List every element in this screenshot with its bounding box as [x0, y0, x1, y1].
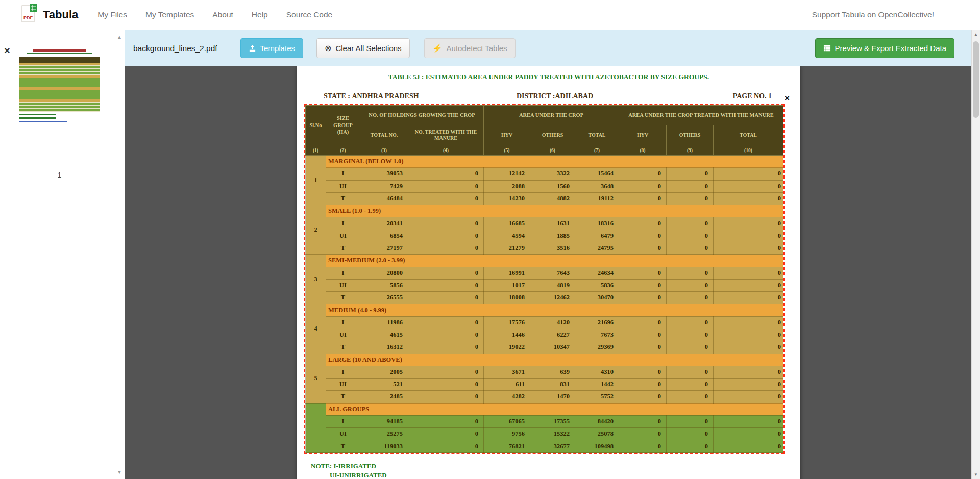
- value-cell: 7643: [530, 267, 575, 279]
- main-scrollbar[interactable]: ▲ ▼: [971, 30, 980, 479]
- sidebar-scroll-down-icon[interactable]: ▼: [117, 469, 122, 475]
- pdf-page[interactable]: TABLE 5J : ESTIMATED AREA UNDER PADDY TR…: [297, 66, 800, 479]
- col-number: (5): [484, 145, 530, 156]
- navbar: PDF Tabula My Files My Templates About H…: [0, 0, 980, 30]
- value-cell: 0: [408, 292, 484, 304]
- row-code-cell: I: [326, 217, 360, 230]
- value-cell: 32677: [530, 440, 575, 453]
- value-cell: 0: [408, 168, 484, 180]
- nav-item-about[interactable]: About: [212, 11, 233, 19]
- value-cell: 15464: [575, 168, 619, 180]
- value-cell: 1631: [530, 217, 575, 230]
- value-cell: 2088: [484, 180, 530, 192]
- header-total-no: TOTAL NO.: [360, 125, 408, 145]
- value-cell: 0: [408, 391, 484, 403]
- col-number: (4): [408, 145, 484, 156]
- value-cell: 0: [619, 440, 667, 453]
- deselect-page-icon[interactable]: ×: [4, 45, 10, 56]
- value-cell: 0: [667, 428, 714, 440]
- group-label-row: ALL GROUPS: [306, 403, 783, 415]
- nav-item-source-code[interactable]: Source Code: [286, 11, 332, 19]
- selection-box[interactable]: × Sl.No SIZE GROUP (HA) NO. OF HOLDINGS …: [304, 104, 785, 454]
- value-cell: 0: [714, 242, 783, 254]
- col-number: (1): [306, 145, 326, 156]
- value-cell: 0: [667, 242, 714, 254]
- group-label: ALL GROUPS: [326, 403, 783, 415]
- sidebar-scroll-up-icon[interactable]: ▲: [117, 34, 122, 40]
- document-area[interactable]: TABLE 5J : ESTIMATED AREA UNDER PADDY TR…: [125, 66, 980, 479]
- value-cell: 639: [530, 366, 575, 378]
- value-cell: 0: [714, 415, 783, 427]
- value-cell: 18008: [484, 292, 530, 304]
- value-cell: 0: [619, 379, 667, 391]
- row-code-cell: UI: [326, 180, 360, 192]
- page-no-label: PAGE NO. 1: [733, 92, 772, 100]
- row-code-cell: T: [326, 192, 360, 205]
- value-cell: 24634: [575, 267, 619, 279]
- page-thumbnail[interactable]: [14, 44, 105, 166]
- value-cell: 1446: [484, 329, 530, 341]
- value-cell: 0: [619, 292, 667, 304]
- value-cell: 0: [408, 329, 484, 341]
- table-row: T27197021279351624795000: [306, 242, 783, 254]
- autodetect-tables-button[interactable]: ⚡ Autodetect Tables: [424, 38, 516, 58]
- value-cell: 0: [714, 217, 783, 230]
- value-cell: 0: [408, 192, 484, 205]
- value-cell: 12462: [530, 292, 575, 304]
- value-cell: 0: [619, 192, 667, 205]
- preview-export-button[interactable]: Preview & Export Extracted Data: [815, 38, 954, 58]
- value-cell: 521: [360, 379, 408, 391]
- nav-item-my-files[interactable]: My Files: [97, 11, 127, 19]
- value-cell: 0: [619, 316, 667, 329]
- value-cell: 30470: [575, 292, 619, 304]
- value-cell: 0: [408, 242, 484, 254]
- header-treated: AREA UNDER THE CROP TREATED WITH THE MAN…: [619, 106, 783, 125]
- thumbnail-preview: [19, 49, 100, 122]
- value-cell: 3648: [575, 180, 619, 192]
- brand[interactable]: PDF Tabula: [20, 4, 78, 26]
- value-cell: 0: [619, 366, 667, 378]
- nav-item-my-templates[interactable]: My Templates: [145, 11, 194, 19]
- value-cell: 15322: [530, 428, 575, 440]
- row-code-cell: UI: [326, 230, 360, 242]
- nav-item-help[interactable]: Help: [252, 11, 268, 19]
- table-row: I941850670651735584420000: [306, 415, 783, 427]
- value-cell: 0: [619, 279, 667, 291]
- slno-cell: 2: [306, 205, 326, 255]
- value-cell: 0: [408, 217, 484, 230]
- value-cell: 46484: [360, 192, 408, 205]
- scrollbar-down-icon[interactable]: ▼: [972, 472, 980, 477]
- header-hyv: HYV: [484, 125, 530, 145]
- scrollbar-thumb[interactable]: [973, 41, 979, 118]
- group-label-row: 3SEMI-MEDIUM (2.0 - 3.99): [306, 255, 783, 267]
- nav-links: My Files My Templates About Help Source …: [97, 11, 332, 19]
- pdf-note-line2: UI-UNIRRIGATED: [330, 471, 387, 479]
- value-cell: 0: [408, 341, 484, 354]
- selection-close-icon[interactable]: ×: [785, 94, 790, 103]
- value-cell: 6854: [360, 230, 408, 242]
- value-cell: 0: [667, 391, 714, 403]
- value-cell: 0: [619, 341, 667, 354]
- thumbnail-page-number: 1: [14, 171, 105, 179]
- slno-cell: [306, 403, 326, 452]
- header-total-2: TOTAL: [714, 125, 783, 145]
- value-cell: 17576: [484, 316, 530, 329]
- templates-button[interactable]: Templates: [240, 38, 303, 58]
- value-cell: 0: [408, 230, 484, 242]
- header-others: OTHERS: [530, 125, 575, 145]
- value-cell: 0: [714, 341, 783, 354]
- value-cell: 21696: [575, 316, 619, 329]
- group-label-row: 5LARGE (10 AND ABOVE): [306, 354, 783, 366]
- row-code-cell: UI: [326, 428, 360, 440]
- group-label-row: 1MARGINAL (BELOW 1.0): [306, 156, 783, 168]
- clear-all-selections-button[interactable]: ⊗ Clear All Selections: [316, 38, 410, 58]
- table-row: T11903307682132677109498000: [306, 440, 783, 453]
- value-cell: 1560: [530, 180, 575, 192]
- table-list-icon: [823, 44, 831, 52]
- value-cell: 3322: [530, 168, 575, 180]
- value-cell: 5752: [575, 391, 619, 403]
- value-cell: 25078: [575, 428, 619, 440]
- header-holdings: NO. OF HOLDINGS GROWING THE CROP: [360, 106, 484, 125]
- scrollbar-up-icon[interactable]: ▲: [972, 32, 980, 37]
- support-link[interactable]: Support Tabula on OpenCollective!: [812, 10, 934, 19]
